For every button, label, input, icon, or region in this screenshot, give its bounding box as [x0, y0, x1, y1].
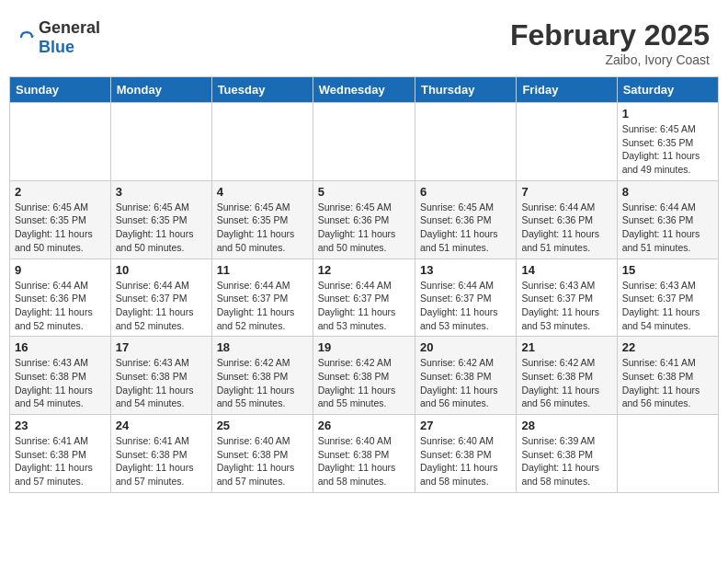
day-number: 3 [116, 185, 207, 199]
calendar-cell: 18Sunrise: 6:42 AM Sunset: 6:38 PM Dayli… [211, 337, 313, 415]
day-number: 15 [622, 263, 713, 277]
calendar-cell: 2Sunrise: 6:45 AM Sunset: 6:35 PM Daylig… [10, 180, 111, 259]
day-info: Sunrise: 6:41 AM Sunset: 6:38 PM Dayligh… [116, 434, 207, 488]
title-area: February 2025 Zaibo, Ivory Coast [510, 18, 710, 67]
calendar-cell: 15Sunrise: 6:43 AM Sunset: 6:37 PM Dayli… [617, 259, 718, 337]
day-info: Sunrise: 6:44 AM Sunset: 6:36 PM Dayligh… [521, 201, 611, 255]
header-sunday: Sunday [10, 77, 111, 103]
day-info: Sunrise: 6:43 AM Sunset: 6:37 PM Dayligh… [622, 279, 713, 333]
calendar-cell: 5Sunrise: 6:45 AM Sunset: 6:36 PM Daylig… [313, 180, 415, 259]
calendar-cell: 20Sunrise: 6:42 AM Sunset: 6:38 PM Dayli… [415, 337, 516, 415]
day-number: 5 [318, 185, 410, 199]
calendar-cell [313, 103, 415, 181]
header-wednesday: Wednesday [313, 77, 415, 103]
day-number: 12 [318, 263, 410, 277]
day-number: 23 [15, 419, 106, 432]
day-info: Sunrise: 6:45 AM Sunset: 6:35 PM Dayligh… [116, 201, 207, 255]
calendar-cell: 4Sunrise: 6:45 AM Sunset: 6:35 PM Daylig… [211, 180, 313, 259]
calendar-cell: 22Sunrise: 6:41 AM Sunset: 6:38 PM Dayli… [617, 337, 718, 415]
day-number: 17 [116, 340, 207, 354]
day-number: 26 [318, 419, 410, 432]
day-info: Sunrise: 6:44 AM Sunset: 6:37 PM Dayligh… [420, 279, 511, 333]
day-info: Sunrise: 6:40 AM Sunset: 6:38 PM Dayligh… [318, 434, 410, 488]
calendar-cell [415, 103, 516, 181]
calendar-cell: 27Sunrise: 6:40 AM Sunset: 6:38 PM Dayli… [415, 415, 516, 493]
day-number: 7 [521, 185, 611, 199]
calendar-cell: 24Sunrise: 6:41 AM Sunset: 6:38 PM Dayli… [110, 415, 211, 493]
day-info: Sunrise: 6:42 AM Sunset: 6:38 PM Dayligh… [521, 356, 611, 410]
calendar-week-1: 1Sunrise: 6:45 AM Sunset: 6:35 PM Daylig… [10, 103, 719, 181]
calendar-cell [517, 103, 617, 181]
page-header: General Blue February 2025 Zaibo, Ivory … [9, 9, 719, 72]
calendar-cell: 10Sunrise: 6:44 AM Sunset: 6:37 PM Dayli… [110, 259, 211, 337]
day-info: Sunrise: 6:39 AM Sunset: 6:38 PM Dayligh… [521, 434, 611, 488]
calendar-week-5: 23Sunrise: 6:41 AM Sunset: 6:38 PM Dayli… [10, 415, 719, 493]
day-info: Sunrise: 6:44 AM Sunset: 6:37 PM Dayligh… [318, 279, 410, 333]
day-info: Sunrise: 6:43 AM Sunset: 6:37 PM Dayligh… [521, 279, 611, 333]
day-number: 1 [622, 107, 713, 121]
day-info: Sunrise: 6:44 AM Sunset: 6:37 PM Dayligh… [116, 279, 207, 333]
day-info: Sunrise: 6:44 AM Sunset: 6:37 PM Dayligh… [217, 279, 308, 333]
calendar-cell: 9Sunrise: 6:44 AM Sunset: 6:36 PM Daylig… [10, 259, 111, 337]
calendar-cell: 25Sunrise: 6:40 AM Sunset: 6:38 PM Dayli… [211, 415, 313, 493]
day-number: 28 [521, 419, 611, 432]
day-number: 27 [420, 419, 511, 432]
calendar-week-4: 16Sunrise: 6:43 AM Sunset: 6:38 PM Dayli… [10, 337, 719, 415]
calendar-cell: 28Sunrise: 6:39 AM Sunset: 6:38 PM Dayli… [517, 415, 617, 493]
day-info: Sunrise: 6:41 AM Sunset: 6:38 PM Dayligh… [622, 356, 713, 410]
day-info: Sunrise: 6:40 AM Sunset: 6:38 PM Dayligh… [217, 434, 308, 488]
logo-blue: Blue [39, 38, 74, 56]
day-number: 16 [15, 340, 106, 354]
day-number: 20 [420, 340, 511, 354]
day-info: Sunrise: 6:44 AM Sunset: 6:36 PM Dayligh… [15, 279, 106, 333]
day-number: 10 [116, 263, 207, 277]
header-friday: Friday [517, 77, 617, 103]
header-thursday: Thursday [415, 77, 516, 103]
calendar-header-row: SundayMondayTuesdayWednesdayThursdayFrid… [10, 77, 719, 103]
calendar-cell: 21Sunrise: 6:42 AM Sunset: 6:38 PM Dayli… [517, 337, 617, 415]
header-tuesday: Tuesday [211, 77, 313, 103]
day-info: Sunrise: 6:41 AM Sunset: 6:38 PM Dayligh… [15, 434, 106, 488]
calendar-cell [10, 103, 111, 181]
logo-icon [18, 29, 35, 46]
calendar-week-3: 9Sunrise: 6:44 AM Sunset: 6:36 PM Daylig… [10, 259, 719, 337]
day-info: Sunrise: 6:45 AM Sunset: 6:35 PM Dayligh… [217, 201, 308, 255]
day-info: Sunrise: 6:43 AM Sunset: 6:38 PM Dayligh… [15, 356, 106, 410]
day-info: Sunrise: 6:44 AM Sunset: 6:36 PM Dayligh… [622, 201, 713, 255]
day-info: Sunrise: 6:42 AM Sunset: 6:38 PM Dayligh… [420, 356, 511, 410]
day-number: 2 [15, 185, 106, 199]
day-number: 13 [420, 263, 511, 277]
header-monday: Monday [110, 77, 211, 103]
calendar-cell [211, 103, 313, 181]
calendar-cell: 26Sunrise: 6:40 AM Sunset: 6:38 PM Dayli… [313, 415, 415, 493]
day-number: 4 [217, 185, 308, 199]
day-number: 11 [217, 263, 308, 277]
calendar-cell: 7Sunrise: 6:44 AM Sunset: 6:36 PM Daylig… [517, 180, 617, 259]
day-number: 24 [116, 419, 207, 432]
day-number: 25 [217, 419, 308, 432]
calendar-cell: 14Sunrise: 6:43 AM Sunset: 6:37 PM Dayli… [517, 259, 617, 337]
calendar-cell: 12Sunrise: 6:44 AM Sunset: 6:37 PM Dayli… [313, 259, 415, 337]
day-number: 14 [521, 263, 611, 277]
calendar-cell: 6Sunrise: 6:45 AM Sunset: 6:36 PM Daylig… [415, 180, 516, 259]
day-number: 22 [622, 340, 713, 354]
day-number: 19 [318, 340, 410, 354]
location-subtitle: Zaibo, Ivory Coast [510, 52, 710, 67]
calendar-week-2: 2Sunrise: 6:45 AM Sunset: 6:35 PM Daylig… [10, 180, 719, 259]
logo: General Blue [18, 18, 100, 57]
day-info: Sunrise: 6:45 AM Sunset: 6:36 PM Dayligh… [318, 201, 410, 255]
month-title: February 2025 [510, 18, 710, 52]
calendar-cell: 23Sunrise: 6:41 AM Sunset: 6:38 PM Dayli… [10, 415, 111, 493]
header-saturday: Saturday [617, 77, 718, 103]
calendar-cell: 19Sunrise: 6:42 AM Sunset: 6:38 PM Dayli… [313, 337, 415, 415]
day-number: 9 [15, 263, 106, 277]
day-info: Sunrise: 6:45 AM Sunset: 6:36 PM Dayligh… [420, 201, 511, 255]
day-info: Sunrise: 6:42 AM Sunset: 6:38 PM Dayligh… [217, 356, 308, 410]
day-info: Sunrise: 6:45 AM Sunset: 6:35 PM Dayligh… [622, 122, 713, 177]
calendar-cell: 3Sunrise: 6:45 AM Sunset: 6:35 PM Daylig… [110, 180, 211, 259]
day-number: 18 [217, 340, 308, 354]
calendar-cell [617, 415, 718, 493]
calendar-cell: 11Sunrise: 6:44 AM Sunset: 6:37 PM Dayli… [211, 259, 313, 337]
calendar-cell: 16Sunrise: 6:43 AM Sunset: 6:38 PM Dayli… [10, 337, 111, 415]
calendar-cell: 17Sunrise: 6:43 AM Sunset: 6:38 PM Dayli… [110, 337, 211, 415]
